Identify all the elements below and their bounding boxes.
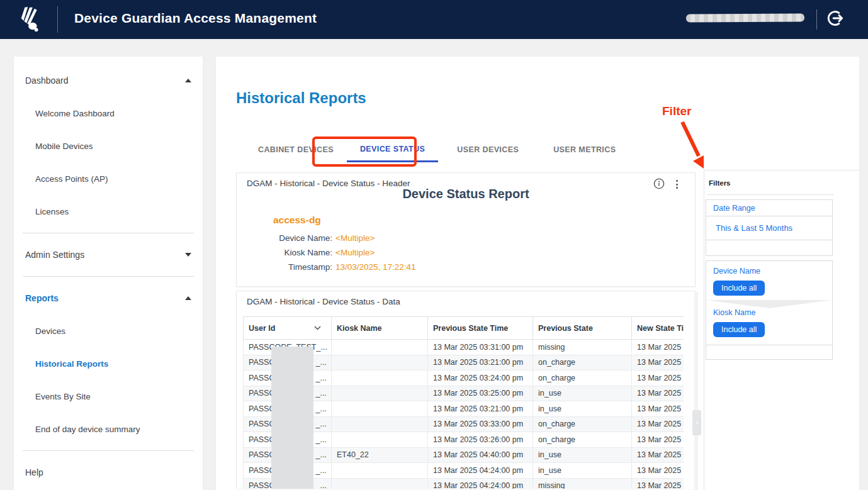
sidebar: Dashboard Welcome Dashboard Mobile Devic… xyxy=(14,57,203,490)
date-range-filter: Date Range This & Last 5 Months xyxy=(706,199,833,256)
sidebar-divider xyxy=(23,450,194,451)
device-name-filter-label: Device Name xyxy=(706,267,832,276)
filter-panel: Filters Date Range This & Last 5 Months … xyxy=(704,170,859,490)
name-filters-empty-row xyxy=(706,345,832,359)
cell-kiosk xyxy=(332,401,428,417)
cell-kiosk xyxy=(332,416,428,432)
column-header-kiosk-name[interactable]: Kiosk Name xyxy=(332,317,428,340)
cell-prev-time: 13 Mar 2025 03:33:00 pm xyxy=(428,416,533,432)
panel-expand-handle[interactable]: › xyxy=(692,410,701,435)
page: Device Guardian Access Management Dashbo… xyxy=(0,0,868,490)
cell-new-time: 13 Mar 2025 0 xyxy=(632,340,684,355)
column-header-user-id[interactable]: User Id xyxy=(244,317,332,340)
column-header-new-state-time[interactable]: New State Time xyxy=(632,317,684,340)
tab-user-devices[interactable]: USER DEVICES xyxy=(444,137,532,162)
sidebar-item-reports[interactable]: Reports xyxy=(14,282,203,315)
filters-divider xyxy=(707,194,834,195)
cell-prev-state: in_use xyxy=(533,447,632,463)
date-range-empty-row xyxy=(706,240,832,255)
sidebar-item-label: Dashboard xyxy=(25,75,69,86)
cell-prev-state: on_charge xyxy=(533,355,632,370)
main-content: Historical Reports CABINET DEVICES DEVIC… xyxy=(216,57,859,490)
cell-prev-state: on_charge xyxy=(533,432,632,448)
kebab-menu-icon[interactable] xyxy=(672,179,681,190)
sidebar-item-help[interactable]: Help xyxy=(14,456,203,489)
date-range-value[interactable]: This & Last 5 Months xyxy=(706,216,832,240)
cell-new-time: 13 Mar 2025 0 xyxy=(632,355,684,370)
cell-prev-state: in_use xyxy=(533,463,632,479)
topbar-divider xyxy=(57,6,58,33)
cell-prev-time: 13 Mar 2025 03:25:00 pm xyxy=(428,386,533,401)
sidebar-item-dashboard[interactable]: Dashboard xyxy=(14,64,203,97)
cell-new-time: 13 Mar 2025 0 xyxy=(632,432,684,448)
page-title: Historical Reports xyxy=(236,89,859,107)
info-icon[interactable] xyxy=(653,178,665,189)
cell-new-time: 13 Mar 2025 0 xyxy=(632,370,684,386)
app-title: Device Guardian Access Management xyxy=(74,11,317,26)
field-kiosk-name: Kiosk Name: <Multiple> xyxy=(237,245,416,260)
report-title: Device Status Report xyxy=(237,187,695,201)
chevron-down-icon xyxy=(314,326,321,330)
sidebar-item-access-points[interactable]: Access Points (AP) xyxy=(14,162,203,195)
name-filters-box: Device Name Include all Kiosk Name Inclu… xyxy=(706,260,833,360)
sidebar-item-licenses[interactable]: Licenses xyxy=(14,195,203,228)
cell-kiosk xyxy=(332,432,428,448)
topbar-divider-2 xyxy=(816,9,817,30)
site-name: access-dg xyxy=(273,214,321,226)
table-header-row: User Id Kiosk Name Previous State Time P… xyxy=(244,317,684,340)
cell-new-time: 13 Mar 2025 0 xyxy=(632,416,684,432)
tab-device-status[interactable]: DEVICE STATUS xyxy=(347,137,438,162)
cell-prev-state: in_use xyxy=(533,401,632,417)
column-header-previous-state-time[interactable]: Previous State Time xyxy=(428,317,533,340)
filters-title: Filters xyxy=(709,179,859,187)
panel-resize-track xyxy=(694,292,698,490)
cell-prev-time: 13 Mar 2025 03:26:00 pm xyxy=(428,432,533,448)
report-header-card: DGAM - Historical - Device Status - Head… xyxy=(236,172,696,287)
sidebar-item-historical-reports[interactable]: Historical Reports xyxy=(14,347,203,380)
cell-prev-state: on_charge xyxy=(533,416,632,432)
kiosk-name-include-all-button[interactable]: Include all xyxy=(713,322,765,337)
cell-kiosk xyxy=(332,478,428,489)
report-data-card: DGAM - Historical - Device Status - Data… xyxy=(236,291,696,489)
cell-kiosk xyxy=(332,386,428,401)
cell-prev-state: missing xyxy=(533,478,632,489)
caret-up-icon xyxy=(185,296,191,300)
kiosk-name-filter-label: Kiosk Name xyxy=(706,308,832,317)
tab-cabinet-devices[interactable]: CABINET DEVICES xyxy=(245,137,347,162)
column-header-previous-state[interactable]: Previous State xyxy=(533,317,632,340)
logout-icon[interactable] xyxy=(825,9,845,29)
sidebar-divider xyxy=(23,276,194,277)
cell-prev-time: 13 Mar 2025 03:24:00 pm xyxy=(428,370,533,386)
filter-fold-divider xyxy=(706,300,832,308)
cell-prev-time: 13 Mar 2025 04:24:00 pm xyxy=(428,463,533,479)
caret-up-icon xyxy=(185,79,191,82)
date-range-label[interactable]: Date Range xyxy=(706,200,832,216)
cell-kiosk xyxy=(332,463,428,479)
sidebar-item-devices[interactable]: Devices xyxy=(14,315,203,347)
cell-prev-state: missing xyxy=(533,340,632,355)
sidebar-divider xyxy=(23,233,194,233)
cell-kiosk xyxy=(332,370,428,386)
sidebar-item-mobile-devices[interactable]: Mobile Devices xyxy=(14,130,203,162)
caret-down-icon xyxy=(185,253,191,257)
user-email-redacted xyxy=(686,14,804,23)
cell-prev-state: on_charge xyxy=(533,370,632,386)
cell-prev-time: 13 Mar 2025 03:21:00 pm xyxy=(428,355,533,370)
sidebar-item-end-of-day-summary[interactable]: End of day device summary xyxy=(14,413,203,445)
sidebar-item-welcome-dashboard[interactable]: Welcome Dashboard xyxy=(14,97,203,130)
device-name-include-all-button[interactable]: Include all xyxy=(713,281,765,296)
sidebar-item-admin-settings[interactable]: Admin Settings xyxy=(14,238,203,271)
tab-user-metrics[interactable]: USER METRICS xyxy=(540,137,629,162)
cell-kiosk xyxy=(332,355,428,370)
cell-kiosk xyxy=(332,340,428,355)
chart-section-title: DGAM - Historical - Device Status - Data xyxy=(247,297,400,306)
zebra-logo-icon xyxy=(16,5,45,34)
cell-new-time: 13 Mar 2025 0 xyxy=(632,463,684,479)
sidebar-item-events-by-site[interactable]: Events By Site xyxy=(14,380,203,413)
cell-prev-time: 13 Mar 2025 04:24:00 pm xyxy=(428,478,533,489)
report-tabs: CABINET DEVICES DEVICE STATUS USER DEVIC… xyxy=(245,137,859,162)
cell-prev-time: 13 Mar 2025 03:31:00 pm xyxy=(428,340,533,355)
cell-new-time: 13 Mar 2025 0 xyxy=(632,401,684,417)
topbar: Device Guardian Access Management xyxy=(0,0,868,39)
field-device-name: Device Name: <Multiple> xyxy=(237,231,416,245)
